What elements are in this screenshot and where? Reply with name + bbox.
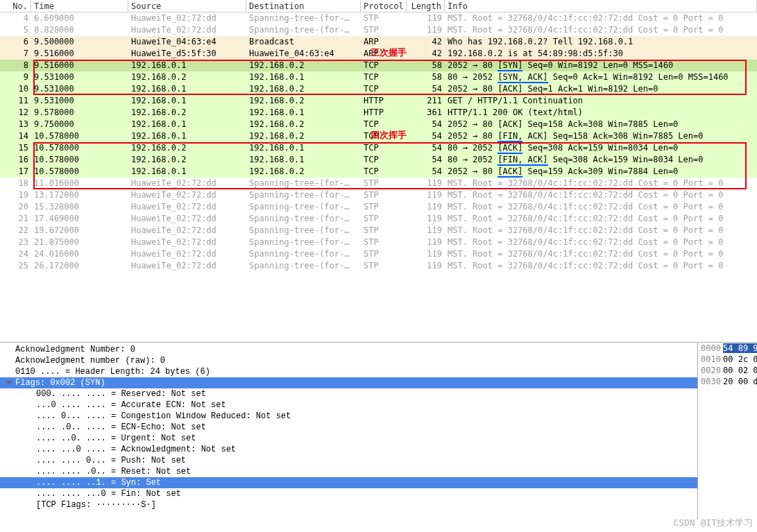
packet-rows: 三次握手 四次挥手 46.609000HuaweiTe_02:72:ddSpan… bbox=[0, 12, 757, 272]
detail-line[interactable]: .... 0... .... = Congestion Window Reduc… bbox=[0, 411, 757, 422]
packet-row[interactable]: 2219.672000HuaweiTe_02:72:ddSpanning-tre… bbox=[0, 225, 757, 237]
hex-pane[interactable]: 000054 89 98001000 2c 00002000 02 080030… bbox=[697, 343, 757, 520]
cell: 192.168.0.1 bbox=[128, 130, 246, 142]
tcp-flag-highlight: [ACK] bbox=[497, 84, 522, 95]
detail-line[interactable]: Flags: 0x002 (SYN) bbox=[0, 377, 757, 388]
col-header-time[interactable]: Time bbox=[31, 0, 128, 12]
cell: HuaweiTe_04:63:e4 bbox=[246, 48, 361, 60]
col-header-info[interactable]: Info bbox=[445, 0, 757, 12]
detail-line[interactable]: .... .... ..1. = Syn: Set bbox=[0, 477, 757, 488]
detail-line[interactable]: .... .0.. .... = ECN-Echo: Not set bbox=[0, 422, 757, 433]
detail-line[interactable]: Acknowledgment Number: 0 bbox=[0, 344, 757, 355]
hex-offset: 0020 bbox=[701, 366, 723, 375]
packet-row[interactable]: 2321.875000HuaweiTe_02:72:ddSpanning-tre… bbox=[0, 237, 757, 248]
detail-line[interactable]: .... .... 0... = Push: Not set bbox=[0, 455, 757, 466]
cell: TCP bbox=[361, 154, 407, 166]
packet-row[interactable]: 119.531000192.168.0.1192.168.0.2HTTP211G… bbox=[0, 95, 757, 107]
detail-line[interactable]: .... .... .0.. = Reset: Not set bbox=[0, 466, 757, 477]
packet-row[interactable]: 1710.578000192.168.0.1192.168.0.2TCP5420… bbox=[0, 166, 757, 178]
cell: 9.516000 bbox=[31, 60, 128, 71]
packet-row[interactable]: 1811.016000HuaweiTe_02:72:ddSpanning-tre… bbox=[0, 178, 757, 189]
cell: 54 bbox=[407, 119, 445, 130]
cell: Spanning-tree-(for-… bbox=[246, 260, 361, 272]
hex-row[interactable]: 003020 00 d4 bbox=[698, 376, 757, 387]
cell: 192.168.0.1 bbox=[246, 142, 361, 154]
detail-line[interactable]: Acknowledgment number (raw): 0 bbox=[0, 355, 757, 366]
cell-info: 192.168.0.2 is at 54:89:98:d5:5f:30 bbox=[445, 48, 757, 60]
detail-line[interactable]: .... ...0 .... = Acknowledgment: Not set bbox=[0, 444, 757, 455]
cell: Spanning-tree-(for-… bbox=[246, 225, 361, 237]
cell: 13 bbox=[0, 119, 31, 130]
packet-detail-pane[interactable]: Acknowledgment Number: 0Acknowledgment n… bbox=[0, 343, 757, 520]
cell: 6 bbox=[0, 36, 31, 48]
cell: 119 bbox=[407, 24, 445, 36]
cell: 192.168.0.1 bbox=[128, 83, 246, 95]
cell: 10.578000 bbox=[31, 130, 128, 142]
cell-info: MST. Root = 32768/0/4c:1f:cc:02:72:dd Co… bbox=[445, 189, 757, 201]
detail-line[interactable]: .... .... ...0 = Fin: Not set bbox=[0, 488, 757, 499]
cell: STP bbox=[361, 178, 407, 189]
cell: 10 bbox=[0, 83, 31, 95]
cell: 361 bbox=[407, 107, 445, 119]
cell: 119 bbox=[407, 189, 445, 201]
cell: 54 bbox=[407, 154, 445, 166]
cell-info: MST. Root = 32768/0/4c:1f:cc:02:72:dd Co… bbox=[445, 260, 757, 272]
detail-line[interactable]: .... ..0. .... = Urgent: Not set bbox=[0, 433, 757, 444]
detail-line[interactable]: 000. .... .... = Reserved: Not set bbox=[0, 388, 757, 400]
packet-row[interactable]: 1510.578000192.168.0.2192.168.0.1TCP5480… bbox=[0, 142, 757, 154]
cell: 119 bbox=[407, 248, 445, 260]
hex-row[interactable]: 000054 89 98 bbox=[698, 343, 757, 354]
cell: 54 bbox=[407, 142, 445, 154]
packet-row[interactable]: 2117.469000HuaweiTe_02:72:ddSpanning-tre… bbox=[0, 213, 757, 225]
cell-info: 2052 → 80 [FIN, ACK] Seq=158 Ack=308 Win… bbox=[445, 130, 757, 142]
cell: STP bbox=[361, 260, 407, 272]
cell: 119 bbox=[407, 201, 445, 213]
packet-row[interactable]: 89.516000192.168.0.1192.168.0.2TCP582052… bbox=[0, 60, 757, 71]
packet-row[interactable]: 1610.578000192.168.0.2192.168.0.1TCP5480… bbox=[0, 154, 757, 166]
cell: 9.578000 bbox=[31, 107, 128, 119]
hex-row[interactable]: 002000 02 08 bbox=[698, 365, 757, 376]
col-header-protocol[interactable]: Protocol bbox=[361, 0, 407, 12]
cell: 9.531000 bbox=[31, 95, 128, 107]
hex-row[interactable]: 001000 2c 00 bbox=[698, 354, 757, 365]
packet-list-pane: No. Time Source Destination Protocol Len… bbox=[0, 0, 757, 343]
cell: Spanning-tree-(for-… bbox=[246, 237, 361, 248]
detail-line[interactable]: 0110 .... = Header Length: 24 bytes (6) bbox=[0, 366, 757, 377]
cell: 42 bbox=[407, 48, 445, 60]
packet-list-header: No. Time Source Destination Protocol Len… bbox=[0, 0, 757, 12]
col-header-source[interactable]: Source bbox=[128, 0, 246, 12]
cell: Broadcast bbox=[246, 36, 361, 48]
packet-row[interactable]: 2526.172000HuaweiTe_02:72:ddSpanning-tre… bbox=[0, 260, 757, 272]
packet-row[interactable]: 1913.172000HuaweiTe_02:72:ddSpanning-tre… bbox=[0, 189, 757, 201]
packet-row[interactable]: 109.531000192.168.0.1192.168.0.2TCP54205… bbox=[0, 83, 757, 95]
cell: Spanning-tree-(for-… bbox=[246, 248, 361, 260]
cell: 119 bbox=[407, 225, 445, 237]
cell: 192.168.0.2 bbox=[128, 71, 246, 83]
packet-row[interactable]: 46.609000HuaweiTe_02:72:ddSpanning-tree-… bbox=[0, 12, 757, 24]
packet-row[interactable]: 129.578000192.168.0.2192.168.0.1HTTP361H… bbox=[0, 107, 757, 119]
cell: 9.750000 bbox=[31, 119, 128, 130]
cell: 192.168.0.2 bbox=[246, 95, 361, 107]
annotation-label-handshake: 三次握手 bbox=[371, 46, 407, 59]
detail-line[interactable]: [TCP Flags: ·········S·] bbox=[0, 499, 757, 510]
packet-row[interactable]: 99.531000192.168.0.2192.168.0.1TCP5880 →… bbox=[0, 71, 757, 83]
col-header-dest[interactable]: Destination bbox=[246, 0, 361, 12]
cell: 211 bbox=[407, 95, 445, 107]
packet-row[interactable]: 2424.016000HuaweiTe_02:72:ddSpanning-tre… bbox=[0, 248, 757, 260]
cell-info: 2052 → 80 [ACK] Seq=1 Ack=1 Win=8192 Len… bbox=[445, 83, 757, 95]
col-header-length[interactable]: Length bbox=[407, 0, 445, 12]
cell: TCP bbox=[361, 71, 407, 83]
cell: TCP bbox=[361, 60, 407, 71]
detail-line[interactable]: ...0 .... .... = Accurate ECN: Not set bbox=[0, 400, 757, 411]
packet-row[interactable]: 58.828000HuaweiTe_02:72:ddSpanning-tree-… bbox=[0, 24, 757, 36]
cell: 119 bbox=[407, 260, 445, 272]
cell: 192.168.0.2 bbox=[246, 83, 361, 95]
packet-row[interactable]: 2015.328000HuaweiTe_02:72:ddSpanning-tre… bbox=[0, 201, 757, 213]
cell: STP bbox=[361, 189, 407, 201]
cell: 25 bbox=[0, 260, 31, 272]
cell: 192.168.0.1 bbox=[128, 60, 246, 71]
cell-info: MST. Root = 32768/0/4c:1f:cc:02:72:dd Co… bbox=[445, 178, 757, 189]
cell: 9 bbox=[0, 71, 31, 83]
cell: 9.531000 bbox=[31, 71, 128, 83]
col-header-no[interactable]: No. bbox=[0, 0, 31, 12]
